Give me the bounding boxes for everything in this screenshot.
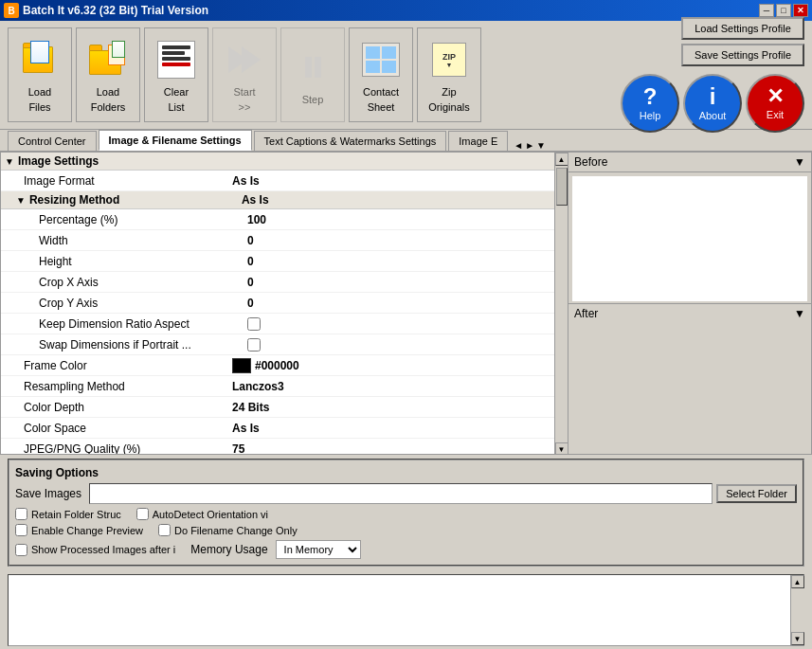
collapse-icon[interactable]: ▼: [5, 156, 14, 167]
swap-dimensions-label: Swap Dimensions if Portrait ...: [39, 338, 247, 352]
after-label: After: [574, 307, 598, 320]
memory-usage-select[interactable]: In Memory Disk Auto: [276, 540, 361, 559]
resampling-row: Resampling Method Lanczos3: [1, 376, 554, 397]
select-folder-button[interactable]: Select Folder: [716, 484, 797, 503]
color-space-row: Color Space As Is: [1, 418, 554, 439]
step-label: Step: [302, 94, 324, 105]
tab-image-filename[interactable]: Image & Filename Settings: [99, 130, 252, 151]
tab-arrow-down[interactable]: ▼: [536, 140, 546, 151]
zip-originals-icon: ZIP ▼: [426, 37, 472, 82]
swap-dimensions-checkbox[interactable]: [247, 338, 261, 352]
retain-folder-item: Retain Folder Struc: [15, 508, 121, 520]
exit-label: Exit: [767, 109, 784, 120]
before-dropdown-arrow[interactable]: ▼: [794, 155, 805, 169]
tab-arrow-left[interactable]: ◄: [514, 140, 523, 151]
zip-originals-button[interactable]: ZIP ▼ Zip Originals: [417, 27, 481, 122]
bottom-scroll-down[interactable]: ▼: [791, 632, 804, 645]
saving-options-title: Saving Options: [15, 466, 797, 479]
resizing-header: ▼ Resizing Method As Is: [1, 191, 554, 209]
bottom-scroll-track: [791, 588, 804, 632]
checkbox-row-2: Enable Change Preview Do Filename Change…: [15, 524, 797, 536]
crop-y-label: Crop Y Axis: [39, 297, 247, 310]
frame-color-row: Frame Color #000000: [1, 355, 554, 376]
do-filename-checkbox[interactable]: [158, 524, 171, 536]
load-folders-icon: [85, 37, 131, 82]
help-label: Help: [640, 110, 661, 121]
color-depth-value: 24 Bits: [232, 401, 269, 414]
load-folders-sublabel: Folders: [91, 101, 126, 113]
frame-color-label: Frame Color: [24, 359, 232, 372]
before-label: Before: [574, 155, 607, 169]
memory-row: Show Processed Images after i Memory Usa…: [15, 540, 797, 559]
start-icon: [222, 37, 267, 82]
maximize-button[interactable]: □: [776, 4, 791, 17]
tab-arrows: ◄ ► ▼: [514, 140, 546, 151]
start-label2: >>: [239, 101, 251, 113]
scroll-down-arrow[interactable]: ▼: [555, 442, 568, 455]
load-files-button[interactable]: Load Files: [8, 27, 72, 122]
crop-x-value: 0: [247, 276, 254, 289]
step-button[interactable]: Step: [280, 27, 345, 122]
load-folders-button[interactable]: Load Folders: [76, 27, 140, 122]
save-images-label: Save Images: [15, 487, 81, 500]
clear-list-button[interactable]: Clear List: [144, 27, 208, 122]
minimize-button[interactable]: ─: [759, 4, 774, 17]
crop-y-value: 0: [247, 297, 254, 310]
scroll-up-arrow[interactable]: ▲: [555, 153, 568, 166]
after-dropdown-arrow[interactable]: ▼: [794, 307, 805, 320]
bottom-main: [9, 575, 790, 645]
keep-dimension-checkbox[interactable]: [247, 317, 261, 331]
tab-text-captions[interactable]: Text Captions & Watermarks Settings: [254, 131, 447, 151]
zip-originals-label1: Zip: [442, 86, 456, 98]
show-processed-checkbox[interactable]: [15, 544, 27, 556]
tab-image-e[interactable]: Image E: [448, 131, 508, 151]
percentage-row: Percentage (%) 100: [1, 209, 554, 230]
swap-dimensions-row: Swap Dimensions if Portrait ...: [1, 334, 554, 355]
save-images-input[interactable]: [89, 483, 713, 504]
enable-change-label: Enable Change Preview: [31, 525, 143, 536]
help-button[interactable]: ? Help: [621, 74, 679, 133]
retain-folder-checkbox[interactable]: [15, 508, 27, 520]
height-value: 0: [247, 255, 254, 268]
bottom-content: ▲ ▼: [8, 574, 804, 646]
help-group: ? Help i About ✕ Exit: [621, 74, 804, 133]
autodetect-checkbox[interactable]: [136, 508, 149, 520]
exit-button[interactable]: ✕ Exit: [746, 74, 804, 133]
frame-color-swatch[interactable]: [232, 358, 251, 373]
memory-usage-label: Memory Usage: [190, 543, 267, 556]
about-label: About: [699, 110, 727, 121]
bottom-area: ▲ ▼: [0, 570, 812, 649]
enable-change-checkbox[interactable]: [15, 524, 27, 536]
contact-sheet-icon: [358, 37, 404, 82]
tab-control-center[interactable]: Control Center: [8, 131, 97, 151]
image-format-value: As Is: [232, 174, 260, 188]
resizing-collapse[interactable]: ▼: [16, 195, 26, 206]
bottom-scroll-up[interactable]: ▲: [791, 575, 804, 588]
width-row: Width 0: [1, 230, 554, 251]
clear-list-label1: Clear: [164, 86, 189, 98]
height-label: Height: [39, 255, 247, 268]
tab-bar: Control Center Image & Filename Settings…: [0, 130, 812, 152]
width-label: Width: [39, 234, 247, 247]
crop-y-row: Crop Y Axis 0: [1, 293, 554, 314]
contact-sheet-button[interactable]: Contact Sheet: [349, 27, 413, 122]
crop-x-row: Crop X Axis 0: [1, 272, 554, 293]
bottom-scrollbar: ▲ ▼: [790, 575, 803, 645]
resizing-label: Resizing Method: [29, 193, 238, 207]
autodetect-item: AutoDetect Orientation vi: [136, 508, 268, 520]
zip-originals-label2: Originals: [428, 101, 469, 113]
do-filename-item: Do Filename Change Only: [158, 524, 298, 536]
color-depth-label: Color Depth: [24, 401, 232, 414]
tab-arrow-right[interactable]: ►: [525, 140, 534, 151]
scroll-thumb[interactable]: [556, 168, 568, 206]
save-settings-button[interactable]: Save Settings Profile: [681, 44, 804, 66]
after-preview-content: [572, 325, 807, 450]
load-files-label: Load: [28, 86, 51, 98]
jpeg-quality-value: 75: [232, 442, 244, 456]
before-preview-content: [572, 176, 807, 301]
start-button[interactable]: Start >>: [212, 27, 277, 122]
percentage-value: 100: [247, 213, 266, 226]
close-button[interactable]: ✕: [793, 4, 808, 17]
load-settings-button[interactable]: Load Settings Profile: [681, 17, 804, 40]
about-button[interactable]: i About: [683, 74, 742, 133]
